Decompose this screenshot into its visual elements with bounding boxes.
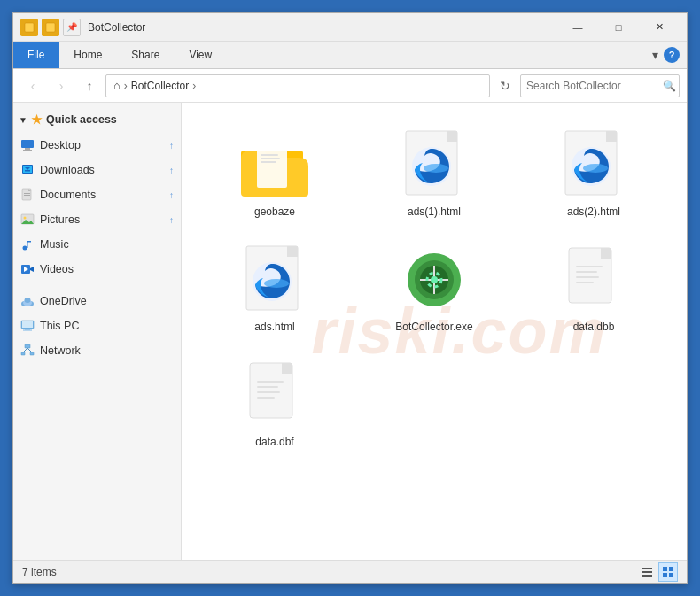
titlebar-icon-group: 📌	[20, 19, 81, 36]
svg-point-55	[264, 279, 289, 288]
documents-icon	[20, 188, 35, 202]
nav-back-button[interactable]: ‹	[20, 74, 45, 97]
svg-rect-67	[576, 271, 597, 273]
nav-up-button[interactable]: ↑	[77, 74, 102, 97]
refresh-button[interactable]: ↻	[494, 74, 517, 97]
ribbon: File Home Share View ▾ ?	[13, 42, 687, 69]
breadcrumb-arrow-2: ›	[192, 80, 196, 92]
title-icon-pin: 📌	[63, 19, 81, 36]
svg-rect-29	[25, 329, 30, 330]
title-icon-1	[20, 19, 38, 36]
svg-rect-53	[287, 246, 298, 257]
svg-rect-73	[257, 381, 284, 383]
quick-access-chevron: ▼	[19, 115, 27, 125]
sidebar-label-downloads: Downloads	[40, 164, 164, 176]
file-content-area: riski.com	[182, 103, 687, 560]
tab-home[interactable]: Home	[59, 42, 117, 68]
svg-rect-65	[601, 248, 611, 259]
quick-access-label: Quick access	[46, 113, 117, 126]
svg-rect-78	[642, 571, 652, 573]
datadbb-label: data.dbb	[573, 321, 615, 333]
breadcrumb-arrow-1: ›	[124, 80, 128, 92]
quick-access-header[interactable]: ▼ ★ Quick access	[13, 106, 181, 133]
pin-icon-documents: ↑	[169, 190, 174, 200]
ads-label: ads.html	[254, 321, 294, 333]
ribbon-help-icon[interactable]: ?	[664, 47, 680, 63]
geobaze-icon	[239, 129, 310, 200]
pin-icon-pictures: ↑	[169, 215, 174, 225]
onedrive-icon	[20, 294, 35, 308]
svg-rect-79	[642, 575, 652, 577]
view-tiles-button[interactable]	[658, 562, 678, 582]
botcollector-label: BotCollector.exe	[395, 321, 472, 333]
file-grid: geobaze	[199, 120, 669, 457]
svg-rect-77	[642, 568, 652, 569]
ads2-icon	[558, 129, 629, 200]
svg-rect-12	[24, 195, 30, 196]
ribbon-dropdown-icon[interactable]: ▾	[652, 48, 658, 62]
file-item-ads1[interactable]: ads(1).html	[359, 120, 509, 227]
file-item-ads2[interactable]: ads(2).html	[518, 120, 669, 227]
minimize-button[interactable]: —	[557, 13, 598, 42]
svg-point-45	[424, 164, 448, 173]
explorer-window: 📌 BotCollector — □ ✕ File Home Share Vie…	[12, 12, 688, 584]
svg-rect-3	[25, 148, 30, 150]
datadbf-label: data.dbf	[255, 436, 293, 448]
sidebar-item-onedrive[interactable]: OneDrive	[13, 289, 181, 313]
svg-rect-33	[30, 352, 34, 355]
sidebar-label-network: Network	[40, 344, 174, 357]
svg-rect-68	[576, 276, 599, 278]
svg-rect-83	[669, 573, 673, 577]
file-item-geobaze[interactable]: geobaze	[199, 120, 350, 227]
downloads-icon	[20, 163, 35, 177]
svg-point-61	[431, 276, 438, 283]
sidebar-label-music: Music	[40, 238, 174, 251]
sidebar-item-videos[interactable]: Videos	[13, 257, 181, 282]
tab-view[interactable]: View	[175, 42, 227, 68]
svg-rect-75	[257, 391, 280, 393]
sidebar: ▼ ★ Quick access Desktop ↑	[13, 103, 182, 560]
thispc-icon	[20, 319, 35, 333]
network-icon	[20, 344, 35, 358]
file-item-datadbf[interactable]: data.dbf	[199, 351, 350, 457]
sidebar-item-music[interactable]: Music	[13, 232, 181, 257]
svg-line-35	[27, 348, 32, 352]
address-path[interactable]: ⌂ › BotCollector ›	[105, 74, 490, 97]
breadcrumb-home-icon: ⌂	[113, 79, 121, 92]
search-input[interactable]	[526, 80, 659, 92]
sidebar-item-documents[interactable]: Documents ↑	[13, 182, 181, 207]
svg-rect-1	[46, 23, 55, 32]
svg-rect-13	[24, 197, 28, 197]
search-box: 🔍	[520, 74, 680, 97]
svg-marker-21	[30, 267, 34, 272]
svg-rect-38	[261, 154, 278, 156]
sidebar-item-pictures[interactable]: Pictures ↑	[13, 207, 181, 232]
view-details-button[interactable]	[637, 562, 657, 582]
main-area: ▼ ★ Quick access Desktop ↑	[13, 103, 687, 560]
file-item-botcollector[interactable]: BotCollector.exe	[359, 236, 509, 342]
svg-line-34	[23, 348, 27, 352]
file-item-datadbb[interactable]: data.dbb	[518, 236, 669, 342]
search-icon: 🔍	[663, 80, 676, 92]
svg-rect-2	[21, 140, 34, 148]
file-item-ads[interactable]: ads.html	[199, 236, 350, 342]
ads1-icon	[399, 129, 470, 200]
titlebar: 📌 BotCollector — □ ✕	[13, 13, 687, 42]
datadbb-icon	[558, 244, 629, 315]
svg-rect-72	[282, 363, 292, 374]
tab-share[interactable]: Share	[117, 42, 175, 68]
sidebar-label-thispc: This PC	[40, 320, 174, 332]
nav-forward-button[interactable]: ›	[49, 74, 74, 97]
sidebar-item-network[interactable]: Network	[13, 338, 181, 363]
sidebar-label-pictures: Pictures	[40, 213, 164, 226]
pictures-icon	[20, 213, 35, 227]
maximize-button[interactable]: □	[598, 13, 639, 42]
sidebar-item-downloads[interactable]: Downloads ↑	[13, 158, 181, 182]
tab-file[interactable]: File	[13, 42, 59, 68]
sidebar-item-desktop[interactable]: Desktop ↑	[13, 133, 181, 158]
sidebar-item-thispc[interactable]: This PC	[13, 313, 181, 338]
svg-rect-40	[261, 161, 276, 163]
music-icon	[20, 237, 35, 252]
close-button[interactable]: ✕	[639, 13, 680, 42]
svg-rect-81	[669, 567, 673, 571]
